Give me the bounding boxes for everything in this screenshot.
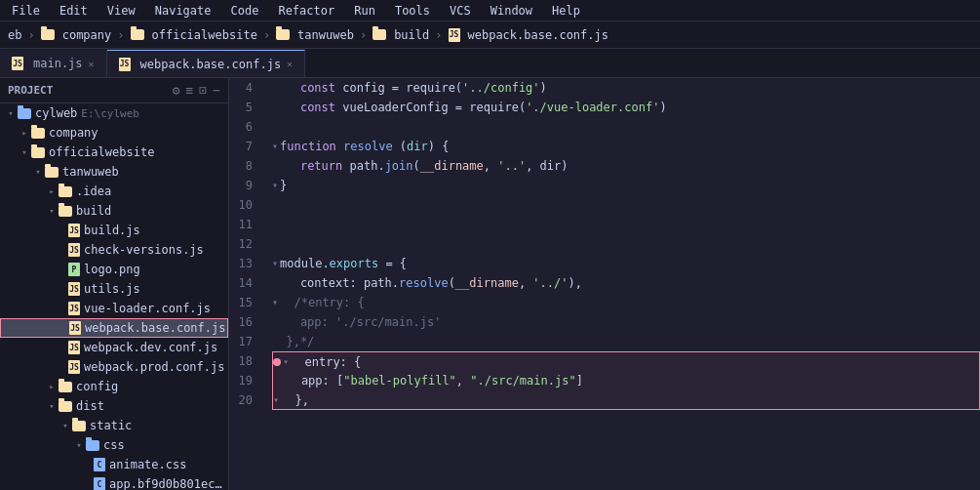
company-folder-icon (31, 128, 45, 139)
root-path: E:\cylweb (81, 107, 139, 120)
ln-9: 9 (229, 176, 260, 195)
sidebar-toolbar: ⚙ ≡ ⊡ − (173, 83, 220, 98)
crumb-tanwuweb[interactable]: tanwuweb (276, 28, 354, 42)
tree-item-static[interactable]: ▾ static (0, 416, 228, 435)
tree-item-config[interactable]: ▸ config (0, 377, 228, 396)
ln-12: 12 (229, 234, 260, 254)
tree-root[interactable]: ▾ cylweb E:\cylweb (0, 103, 228, 123)
tree-item-idea[interactable]: ▸ .idea (0, 182, 228, 201)
dist-label: dist (76, 399, 104, 413)
dist-arrow: ▾ (45, 401, 59, 411)
root-arrow: ▾ (4, 108, 18, 118)
tree-item-tanwuweb[interactable]: ▾ tanwuweb (0, 162, 228, 182)
tree-item-webpack-prod[interactable]: JS webpack.prod.conf.js (0, 357, 228, 377)
ln-5: 5 (229, 98, 260, 117)
root-folder-icon (18, 108, 31, 119)
fold-15[interactable]: ▾ (272, 293, 278, 312)
menu-file[interactable]: File (8, 4, 44, 18)
crumb-eb[interactable]: eb (8, 28, 21, 42)
sidebar-sort-icon[interactable]: ≡ (186, 83, 194, 98)
fold-13[interactable]: ▾ (272, 254, 278, 273)
fold-20[interactable]: ▾ (273, 390, 279, 410)
breadcrumb: eb › company › officialwebsite › tanwuwe… (8, 28, 608, 42)
fold-9[interactable]: ▾ (272, 176, 278, 195)
build-label: build (76, 204, 111, 218)
tree-item-utils[interactable]: JS utils.js (0, 279, 228, 299)
menu-view[interactable]: View (103, 4, 139, 18)
code-line-13: ▾module.exports = { (272, 254, 980, 273)
tab-main-js-close[interactable]: ✕ (89, 59, 95, 69)
company-label: company (49, 126, 98, 140)
menu-window[interactable]: Window (487, 4, 536, 18)
tree-item-officialwebsite[interactable]: ▾ officialwebsite (0, 143, 228, 162)
tab-webpack-base-close[interactable]: ✕ (287, 59, 293, 69)
tab-webpack-js-icon: JS (119, 58, 131, 71)
code-line-15: ▾ /*entry: { (272, 293, 980, 312)
tab-js-icon: JS (12, 57, 23, 70)
menu-vcs[interactable]: VCS (446, 4, 475, 18)
code-line-10 (272, 195, 980, 215)
sidebar-header: Project ⚙ ≡ ⊡ − (0, 78, 228, 103)
checkversions-label: check-versions.js (84, 243, 204, 257)
crumb-company[interactable]: company (41, 28, 112, 42)
menu-tools[interactable]: Tools (391, 4, 434, 18)
tree-item-company[interactable]: ▸ company (0, 123, 228, 143)
menu-refactor[interactable]: Refactor (274, 4, 338, 18)
code-line-8: return path.join(__dirname, '..', dir) (272, 156, 980, 176)
crumb-officialwebsite[interactable]: officialwebsite (131, 28, 257, 42)
webpackdev-label: webpack.dev.conf.js (84, 341, 217, 354)
tab-webpack-base-label: webpack.base.conf.js (140, 58, 282, 71)
webpackdev-icon: JS (68, 341, 80, 354)
menu-run[interactable]: Run (350, 4, 379, 18)
nav-bar: eb › company › officialwebsite › tanwuwe… (0, 21, 980, 49)
sidebar-settings-icon[interactable]: ⚙ (173, 83, 180, 98)
code-line-20: ▾ }, (272, 390, 980, 410)
code-content: const config = require('../config') cons… (268, 78, 980, 490)
sidebar: Project ⚙ ≡ ⊡ − ▾ cylweb E:\cylweb ▸ com… (0, 78, 229, 490)
menu-code[interactable]: Code (227, 4, 263, 18)
utils-label: utils.js (84, 282, 140, 296)
ln-18: 18 (229, 351, 260, 371)
tree-item-webpack-dev[interactable]: JS webpack.dev.conf.js (0, 338, 228, 357)
tree-item-dist[interactable]: ▾ dist (0, 396, 228, 416)
sidebar-expand-icon[interactable]: ⊡ (199, 83, 207, 98)
ln-16: 16 (229, 312, 260, 332)
crumb-file[interactable]: JSwebpack.base.conf.js (449, 28, 609, 42)
code-line-12 (272, 234, 980, 254)
tree-item-webpack-base[interactable]: JS webpack.base.conf.js (0, 318, 228, 338)
static-arrow: ▾ (59, 421, 72, 430)
menu-navigate[interactable]: Navigate (151, 4, 216, 18)
tree-item-check-versions[interactable]: JS check-versions.js (0, 240, 228, 260)
tab-main-js[interactable]: JS main.js ✕ (0, 50, 107, 77)
ln-14: 14 (229, 273, 260, 293)
tree-item-logo[interactable]: P logo.png (0, 260, 228, 279)
idea-label: .idea (76, 184, 111, 198)
tree-item-build-js[interactable]: JS build.js (0, 221, 228, 240)
sidebar-close-icon[interactable]: − (213, 83, 220, 98)
code-line-19: app: ["babel-polyfill", "./src/main.js"] (272, 371, 980, 390)
editor: 4 5 6 7 8 9 10 11 12 13 14 15 16 17 18 1… (229, 78, 980, 490)
build-arrow: ▾ (45, 206, 59, 216)
tree-item-css[interactable]: ▾ css (0, 435, 228, 455)
tree-item-build[interactable]: ▾ build (0, 201, 228, 221)
code-line-5: const vueLoaderConfig = require('./vue-l… (272, 98, 980, 117)
menu-help[interactable]: Help (548, 4, 584, 18)
vueloader-label: vue-loader.conf.js (84, 302, 211, 315)
fold-18[interactable]: ▾ (283, 352, 289, 372)
tab-bar: JS main.js ✕ JS webpack.base.conf.js ✕ (0, 49, 980, 78)
tab-webpack-base[interactable]: JS webpack.base.conf.js ✕ (107, 50, 306, 77)
tree-item-animate-css[interactable]: C animate.css (0, 455, 228, 474)
fold-7[interactable]: ▾ (272, 137, 278, 156)
js-file-icon: JS (449, 28, 460, 42)
logo-label: logo.png (84, 263, 140, 276)
code-line-18: ▾ entry: { (272, 351, 980, 371)
logo-icon: P (68, 263, 80, 276)
webpackbase-label: webpack.base.conf.js (85, 321, 226, 335)
tree-item-app-hash[interactable]: C app.bf9d0b801ece4dd5a1ead3a... (0, 474, 228, 490)
tree-item-vue-loader[interactable]: JS vue-loader.conf.js (0, 299, 228, 318)
vueloader-icon: JS (68, 302, 80, 315)
menu-edit[interactable]: Edit (56, 4, 92, 18)
crumb-build[interactable]: build (372, 28, 429, 42)
tab-main-js-label: main.js (33, 57, 83, 70)
officialwebsite-arrow: ▾ (18, 147, 31, 157)
